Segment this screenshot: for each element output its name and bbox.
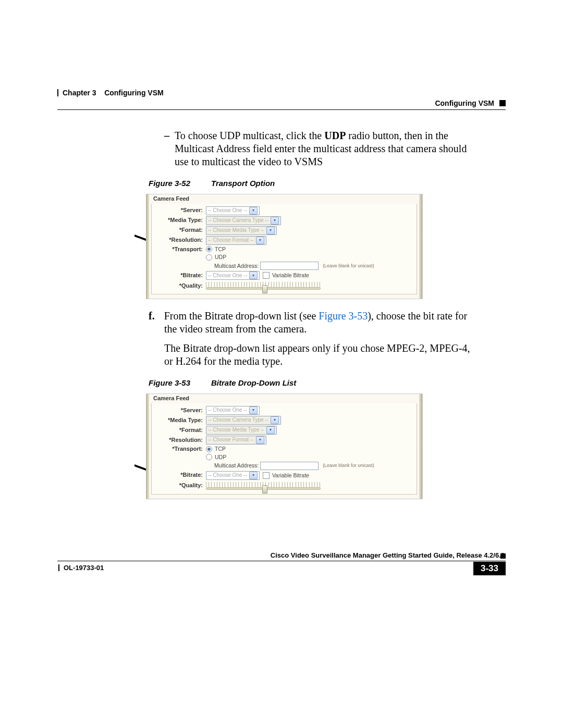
format-select[interactable]: -- Choose Media Type --▾	[206, 426, 277, 435]
chevron-down-icon: ▾	[271, 416, 279, 424]
chevron-down-icon: ▾	[256, 436, 264, 444]
multicast-address-input[interactable]	[260, 462, 319, 470]
format-select[interactable]: -- Choose Media Type --▾	[206, 226, 277, 235]
label-quality: *Quality:	[152, 282, 206, 290]
header-rule	[57, 109, 506, 110]
running-head-right: Configuring VSM	[435, 99, 506, 107]
multicast-address-label: Multicast Address:	[214, 263, 259, 269]
chevron-down-icon: ▾	[249, 406, 258, 414]
tcp-radio-label: TCP	[215, 246, 226, 253]
chevron-down-icon: ▾	[256, 237, 264, 244]
tcp-radio[interactable]	[206, 246, 212, 252]
label-media-type: *Media Type:	[152, 217, 206, 224]
bitrate-select[interactable]: -- Choose One --▾	[206, 271, 260, 280]
tcp-radio[interactable]	[206, 446, 212, 452]
body: –To choose UDP multicast, click the UDP …	[149, 129, 474, 502]
label-format: *Format:	[152, 227, 206, 234]
resolution-select[interactable]: -- Choose Format --▾	[206, 236, 266, 245]
multicast-address-label: Multicast Address:	[214, 462, 259, 469]
variable-bitrate-checkbox[interactable]	[263, 272, 270, 279]
multicast-hint: (Leave blank for unicast)	[323, 263, 374, 269]
label-bitrate: *Bitrate:	[152, 272, 206, 279]
footer-doc-id: OL-19733-01	[58, 564, 104, 572]
multicast-hint: (Leave blank for unicast)	[323, 463, 374, 468]
server-select[interactable]: -- Choose One --▾	[206, 406, 260, 415]
chevron-down-icon: ▾	[249, 207, 258, 215]
fieldset-legend: Camera Feed	[146, 394, 422, 403]
quality-slider[interactable]	[206, 282, 321, 290]
quality-slider[interactable]	[206, 482, 321, 490]
chevron-down-icon: ▾	[266, 227, 275, 235]
variable-bitrate-checkbox[interactable]	[263, 472, 270, 479]
media-type-select[interactable]: -- Choose Camera Type --▾	[206, 416, 281, 425]
page: Chapter 3 Configuring VSM Configuring VS…	[0, 0, 563, 728]
footer-rule	[57, 561, 506, 561]
figure-52-caption: Figure 3-52Transport Option	[149, 179, 474, 189]
bitrate-select[interactable]: -- Choose One --▾	[206, 471, 260, 480]
label-server: *Server:	[152, 407, 206, 414]
tcp-radio-label: TCP	[215, 446, 226, 452]
variable-bitrate-label: Variable Bitrate	[272, 272, 309, 279]
figure-52: Camera Feed *Server: -- Choose One --▾ *…	[146, 194, 474, 300]
media-type-select[interactable]: -- Choose Camera Type --▾	[206, 216, 281, 225]
label-resolution: *Resolution:	[152, 237, 206, 244]
chevron-down-icon: ▾	[271, 217, 279, 225]
udp-radio-label: UDP	[215, 254, 226, 261]
udp-instruction: –To choose UDP multicast, click the UDP …	[149, 129, 474, 168]
figure-53: Camera Feed *Server: -- Choose One --▾ *…	[146, 393, 474, 499]
label-format: *Format:	[152, 427, 206, 434]
step-f-note: The Bitrate drop-down list appears only …	[164, 342, 474, 368]
footer-guide-title: Cisco Video Surveillance Manager Getting…	[271, 551, 505, 559]
multicast-address-input[interactable]	[260, 262, 319, 270]
page-number: 3-33	[473, 562, 506, 575]
chevron-down-icon: ▾	[249, 472, 258, 479]
label-transport: *Transport:	[152, 446, 206, 453]
footer-marker	[500, 553, 506, 559]
fieldset-legend: Camera Feed	[146, 194, 422, 204]
chevron-down-icon: ▾	[249, 272, 258, 279]
figure-53-link[interactable]: Figure 3-53	[319, 310, 368, 322]
udp-radio[interactable]	[206, 254, 212, 261]
label-quality: *Quality:	[152, 482, 206, 489]
chevron-down-icon: ▾	[266, 426, 275, 434]
step-f: f.From the Bitrate drop-down list (see F…	[149, 310, 474, 336]
label-resolution: *Resolution:	[152, 437, 206, 444]
running-head-left: Chapter 3 Configuring VSM	[57, 89, 164, 97]
figure-53-caption: Figure 3-53Bitrate Drop-Down List	[149, 378, 474, 388]
variable-bitrate-label: Variable Bitrate	[272, 472, 309, 479]
label-bitrate: *Bitrate:	[152, 472, 206, 479]
label-media-type: *Media Type:	[152, 417, 206, 424]
resolution-select[interactable]: -- Choose Format --▾	[206, 436, 266, 445]
label-server: *Server:	[152, 207, 206, 214]
server-select[interactable]: -- Choose One --▾	[206, 206, 260, 215]
label-transport: *Transport:	[152, 246, 206, 253]
udp-radio[interactable]	[206, 454, 212, 460]
udp-radio-label: UDP	[215, 454, 226, 461]
